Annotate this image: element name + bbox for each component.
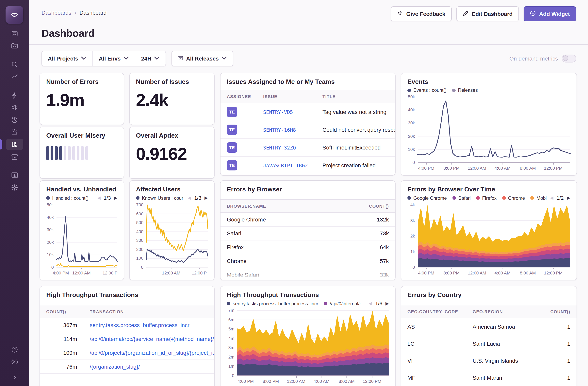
col-transaction[interactable]: TRANSACTION (83, 305, 214, 318)
assignee-avatar[interactable]: TE (227, 160, 237, 170)
table-row: TE SENTRY-VD5 Tag value was not a string (220, 103, 395, 121)
misery-bar (81, 146, 84, 160)
col-title[interactable]: TITLE (316, 90, 395, 103)
legend-item[interactable]: Chrome (502, 195, 525, 201)
widget-overall-apdex: Overall Apdex 0.9162 (129, 127, 215, 179)
prev-page-icon[interactable]: ◀ (188, 195, 191, 201)
high-throughput-plot (237, 311, 389, 376)
handled-x-axis: 4:00 PM12:00 AM12:00 P (57, 268, 117, 278)
widget-title: Overall User Misery (40, 127, 124, 140)
table-row: 367msentry.tasks.process_buffer.process_… (40, 318, 214, 332)
transaction-link[interactable]: /api/0/projects/{organization_id_or_slug… (83, 346, 214, 360)
breadcrumb-dashboards[interactable]: Dashboards (42, 9, 71, 16)
legend-item[interactable]: Events : count() (407, 87, 446, 93)
sidebar-item-broadcast[interactable] (6, 356, 23, 367)
legend-item[interactable]: Safari (452, 195, 471, 201)
col-assignee[interactable]: ASSIGNEE (220, 90, 257, 103)
sidebar-item-help[interactable] (6, 344, 23, 355)
edit-dashboard-button[interactable]: Edit Dashboard (456, 6, 519, 21)
legend-item[interactable]: Releases (452, 87, 478, 93)
sidebar-item-performance[interactable] (6, 71, 23, 82)
ondemand-metrics-toggle[interactable] (562, 55, 576, 63)
legend-item[interactable]: Mobile S (530, 195, 547, 201)
add-widget-button[interactable]: Add Widget (524, 6, 576, 21)
next-page-icon[interactable]: ▶ (385, 301, 389, 306)
next-page-icon[interactable]: ▶ (114, 195, 117, 201)
widget-number-of-errors: Number of Errors 1.9m (40, 73, 124, 125)
col-region[interactable]: GEO.REGION (466, 305, 541, 318)
misery-bar (64, 146, 66, 160)
high-throughput-y-axis: 01m2m3m4m5m6m7m (224, 311, 237, 376)
legend-item[interactable]: /api/0/internal/r (324, 301, 361, 306)
issue-link[interactable]: SENTRY-32ZQ (257, 139, 316, 157)
col-count[interactable]: COUNT() (40, 305, 83, 318)
chevron-down-icon (221, 55, 227, 62)
sidebar-item-user-feedback[interactable] (6, 102, 23, 113)
assignee-avatar[interactable]: TE (227, 142, 237, 153)
page-header: Dashboards › Dashboard Dashboard Give Fe… (29, 0, 588, 45)
sidebar-item-issues[interactable] (6, 28, 23, 39)
sidebar-item-releases[interactable] (6, 152, 23, 162)
widget-errors-by-browser-over-time: Errors by Browser Over Time Google Chrom… (401, 180, 577, 280)
sidebar-item-search[interactable] (6, 59, 23, 70)
legend-item[interactable]: Known Users : cour (136, 195, 183, 201)
page-indicator: 1/6 (375, 301, 382, 307)
errors-by-browser-table: BROWSER.NAME COUNT() Google Chrome132k S… (220, 199, 395, 280)
widget-high-throughput-chart: High Throughput Transactions sentry.task… (220, 286, 396, 386)
give-feedback-button[interactable]: Give Feedback (391, 6, 452, 21)
col-browser-name[interactable]: BROWSER.NAME (220, 200, 344, 213)
sidebar-item-replays[interactable] (6, 114, 23, 125)
issue-link[interactable]: SENTRY-VD5 (257, 103, 316, 121)
next-page-icon[interactable]: ▶ (205, 195, 208, 201)
col-count[interactable]: COUNT() (344, 200, 395, 213)
sidebar-item-projects[interactable] (6, 40, 23, 51)
transaction-link[interactable]: sentry.tasks.process_buffer.process_incr (83, 318, 214, 332)
col-country-code[interactable]: GEO.COUNTRY_CODE (401, 305, 466, 318)
sidebar-item-alerts[interactable] (6, 127, 23, 138)
col-issue[interactable]: ISSUE (257, 90, 316, 103)
widget-title: Number of Errors (40, 73, 124, 86)
high-throughput-table: COUNT() TRANSACTION 367msentry.tasks.pro… (40, 305, 214, 381)
legend-item[interactable]: sentry.tasks.process_buffer.process_incr (227, 301, 318, 306)
issue-title: Project creation failed (316, 157, 395, 174)
legend-dot-icon (476, 196, 480, 200)
widget-title: Errors by Browser Over Time (401, 181, 577, 194)
table-row: TE SENTRY-16H8 Could not convert query r… (220, 121, 395, 139)
envs-filter-label: All Envs (99, 55, 121, 62)
sidebar-item-lightning[interactable] (6, 90, 23, 101)
sidebar-item-dashboards[interactable] (6, 139, 23, 150)
sidebar-item-stats[interactable] (6, 170, 23, 181)
transaction-link[interactable]: /api/0/internal/rpc/{service_name}/{meth… (83, 332, 214, 346)
sidebar-collapse-button[interactable] (6, 372, 23, 383)
envs-filter[interactable]: All Envs (92, 51, 135, 66)
table-row: Google Chrome132k (220, 213, 395, 227)
next-page-icon[interactable]: ▶ (567, 195, 570, 201)
issue-title: Tag value was not a string (316, 103, 395, 121)
prev-page-icon[interactable]: ◀ (369, 301, 372, 306)
transaction-link[interactable]: /{organization_slug}/ (83, 360, 214, 374)
high-throughput-legend: sentry.tasks.process_buffer.process_incr… (227, 301, 366, 306)
issue-link[interactable]: JAVASCRIPT-1BG2 (257, 157, 316, 174)
legend-item[interactable]: Handled : count() (46, 195, 88, 201)
breadcrumb-separator: › (74, 9, 76, 16)
errors-by-country-table: GEO.COUNTRY_CODE GEO.REGION COUNT() ASAm… (401, 305, 577, 386)
releases-filter[interactable]: All Releases (171, 51, 233, 67)
misery-bar (68, 146, 71, 160)
prev-page-icon[interactable]: ◀ (97, 195, 101, 201)
misery-bar (72, 146, 75, 160)
projects-filter[interactable]: All Projects (42, 51, 92, 66)
legend-item[interactable]: Google Chrome (407, 195, 447, 201)
period-filter[interactable]: 24H (135, 51, 166, 66)
sentry-logo-icon[interactable] (5, 6, 23, 24)
sidebar-item-settings[interactable] (6, 182, 23, 193)
assignee-avatar[interactable]: TE (227, 125, 237, 135)
col-count[interactable]: COUNT() (541, 305, 577, 318)
projects-filter-label: All Projects (48, 55, 78, 62)
misery-bar (85, 146, 88, 160)
assignee-avatar[interactable]: TE (227, 107, 237, 117)
legend-item[interactable]: Firefox (476, 195, 497, 201)
pencil-icon (463, 10, 469, 17)
prev-page-icon[interactable]: ◀ (550, 195, 553, 201)
issue-link[interactable]: SENTRY-16H8 (257, 121, 316, 139)
legend-dot-icon (452, 88, 456, 92)
